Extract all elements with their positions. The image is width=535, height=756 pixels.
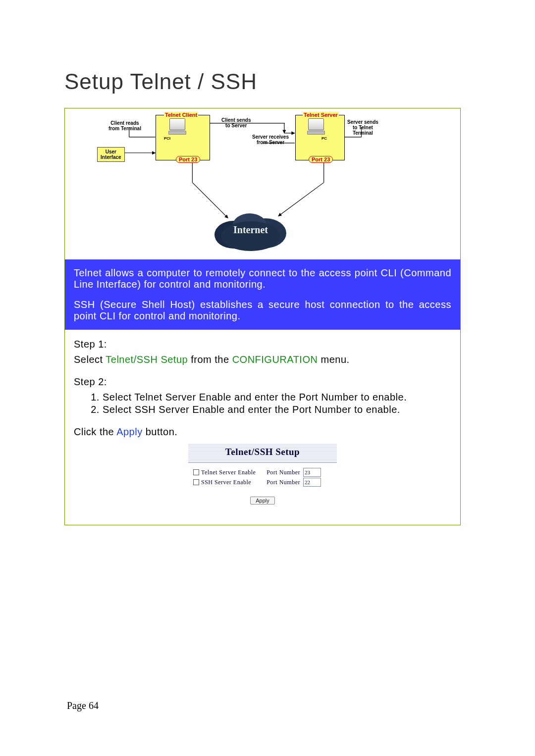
row-ssh-enable: SSH Server Enable Port Number <box>193 478 332 487</box>
telnet-enable-checkbox[interactable] <box>193 469 199 475</box>
setup-panel-wrap: Telnet/SSH Setup Telnet Server Enable Po… <box>74 442 451 515</box>
telnet-port-label: Port Number <box>261 469 300 476</box>
apply-button[interactable]: Apply <box>250 497 275 504</box>
document-page: Setup Telnet / SSH <box>0 0 535 756</box>
ssh-port-label: Port Number <box>261 479 300 486</box>
step2-item-2: Select SSH Server Enable and enter the P… <box>103 404 451 415</box>
port-left: Port 23 <box>176 156 200 163</box>
menu-configuration: CONFIGURATION <box>232 354 318 365</box>
info-telnet: Telnet allows a computer to remotely con… <box>74 267 451 290</box>
telnet-port-input[interactable] <box>303 468 321 477</box>
step1-label: Step 1: <box>74 339 451 350</box>
ssh-port-input[interactable] <box>303 478 321 487</box>
client-pc-icon <box>168 118 187 133</box>
port-right: Port 23 <box>309 156 333 163</box>
internet-cloud: Internet <box>211 207 290 252</box>
steps-body: Step 1: Select Telnet/SSH Setup from the… <box>65 330 460 525</box>
click-apply-text: Click the Apply button. <box>74 426 451 438</box>
step1-text: Select Telnet/SSH Setup from the CONFIGU… <box>74 354 451 365</box>
internet-label: Internet <box>211 207 290 252</box>
ssh-enable-label: SSH Server Enable <box>201 479 251 486</box>
server-pc-label: PC <box>321 136 327 141</box>
ssh-enable-checkbox[interactable] <box>193 479 199 485</box>
row-telnet-enable: Telnet Server Enable Port Number <box>193 468 332 477</box>
step2-label: Step 2: <box>74 376 451 388</box>
label-client-sends: Client sends to Server <box>221 117 251 128</box>
step2-item-1: Select Telnet Server Enable and enter th… <box>103 392 451 403</box>
panel-body: Telnet Server Enable Port Number SSH Ser… <box>188 463 337 491</box>
link-telnet-ssh-setup: Telnet/SSH Setup <box>106 354 188 365</box>
server-pc-icon <box>307 118 325 133</box>
telnet-client-label: Telnet Client <box>164 112 198 118</box>
content-box: Telnet Client PCI Port 23 Telnet Server … <box>64 108 461 525</box>
telnet-server-label: Telnet Server <box>303 112 339 118</box>
user-interface-label: User Interface <box>97 147 125 162</box>
page-footer: Page 64 <box>67 700 99 711</box>
telnet-enable-label: Telnet Server Enable <box>201 469 256 476</box>
client-pci-label: PCI <box>164 136 170 141</box>
apply-word: Apply <box>116 426 143 437</box>
page-title: Setup Telnet / SSH <box>64 69 476 94</box>
step2-list: Select Telnet Server Enable and enter th… <box>74 392 451 415</box>
info-band: Telnet allows a computer to remotely con… <box>65 259 460 330</box>
telnet-diagram: Telnet Client PCI Port 23 Telnet Server … <box>65 108 460 259</box>
label-server-sends: Server sends to Telnet Terminal <box>347 119 378 136</box>
info-ssh: SSH (Secure Shell Host) establishes a se… <box>74 299 451 322</box>
telnet-ssh-setup-panel: Telnet/SSH Setup Telnet Server Enable Po… <box>188 444 337 506</box>
panel-title: Telnet/SSH Setup <box>188 444 337 462</box>
label-server-receives: Server receives from Server <box>252 134 289 145</box>
label-client-reads: Client reads from Terminal <box>108 120 141 131</box>
